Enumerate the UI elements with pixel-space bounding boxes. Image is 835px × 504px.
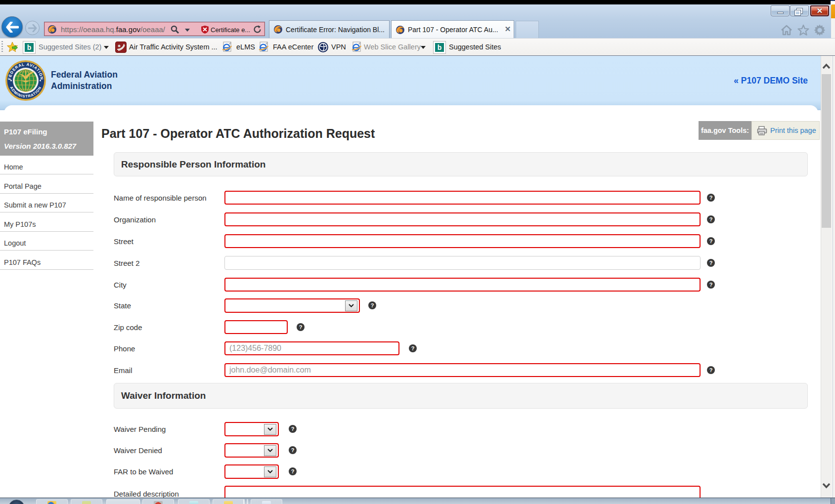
help-icon[interactable]: ? <box>707 194 715 202</box>
suggested-sites-icon[interactable]: b <box>23 41 36 54</box>
tab2-favicon <box>396 26 404 34</box>
background-window-edge-line <box>833 56 833 498</box>
waiver-pending-select[interactable] <box>224 422 279 436</box>
suggested-sites-caret-icon[interactable] <box>104 46 109 49</box>
section-responsible-person: Responsible Person Information <box>114 152 808 176</box>
waiver-denied-select[interactable] <box>224 443 279 458</box>
refresh-icon[interactable] <box>253 25 262 34</box>
taskbar-button-app-yellow[interactable] <box>213 499 244 504</box>
far-select-arrow-icon[interactable] <box>264 466 276 477</box>
phone-input[interactable] <box>224 341 399 355</box>
field-label: Phone <box>114 344 135 353</box>
print-this-page-label: Print this page <box>770 126 816 134</box>
url-text[interactable]: https://oeaaa.hq.faa.gov/oeaaa/ <box>61 25 165 34</box>
taskbar-window-app-icon <box>262 501 271 504</box>
faa-ecenter-icon[interactable] <box>258 42 269 53</box>
favorites-item-faa-ecenter[interactable]: FAA eCenter <box>273 43 313 51</box>
sidebar-item-p107-faqs[interactable]: P107 FAQs <box>0 258 93 266</box>
forward-button[interactable] <box>25 21 40 35</box>
sidebar-item-logout[interactable]: Logout <box>0 239 93 247</box>
vpn-icon[interactable] <box>317 42 329 53</box>
web-slice-gallery-icon[interactable] <box>351 42 362 53</box>
taskbar-button-explorer[interactable] <box>71 499 102 504</box>
taskbar-button-active[interactable] <box>106 499 140 504</box>
sidebar-item-submit-new-p107[interactable]: Submit a new P107 <box>0 201 93 209</box>
sidebar-app-box: P107 eFiling Version 2016.3.0.827 <box>0 122 93 156</box>
demo-site-link[interactable]: « P107 DEMO Site <box>682 76 808 86</box>
name-input[interactable] <box>224 191 701 205</box>
search-dropdown-caret[interactable] <box>185 29 190 32</box>
printer-icon <box>757 126 767 136</box>
favorites-item-web-slice[interactable]: Web Slice Gallery <box>364 43 421 51</box>
close-icon: ✕ <box>811 6 828 15</box>
search-icon[interactable] <box>170 25 180 35</box>
help-icon[interactable]: ? <box>707 259 715 267</box>
favorites-item-air-traffic[interactable]: Air Traffic Activity System ... <box>129 43 218 51</box>
tab-part107[interactable]: Part 107 - Operator ATC Au... ✕ <box>391 20 514 39</box>
sidebar-item-portal-page[interactable]: Portal Page <box>0 182 93 190</box>
field-label: State <box>114 301 131 310</box>
help-icon[interactable]: ? <box>707 237 715 245</box>
sidebar-item-home[interactable]: Home <box>0 163 93 171</box>
tab2-title: Part 107 - Operator ATC Au... <box>408 26 498 34</box>
email-input[interactable] <box>224 363 701 377</box>
city-input[interactable] <box>224 278 701 292</box>
far-to-be-waived-select[interactable] <box>224 464 279 479</box>
zip-input[interactable] <box>224 320 288 334</box>
organization-input[interactable] <box>224 212 701 226</box>
help-icon[interactable]: ? <box>297 323 305 331</box>
add-favorite-star-icon[interactable] <box>7 42 19 53</box>
web-slice-caret-icon[interactable] <box>421 46 426 49</box>
help-icon[interactable]: ? <box>368 301 376 309</box>
back-button[interactable] <box>1 16 23 38</box>
favorites-star-icon[interactable] <box>797 24 810 37</box>
help-icon[interactable]: ? <box>409 344 417 352</box>
help-icon[interactable]: ? <box>289 425 297 433</box>
tab-certificate-error[interactable]: Certificate Error: Navigation Bl... <box>269 20 390 38</box>
maximize-button[interactable] <box>790 5 809 16</box>
state-select-arrow-icon[interactable] <box>345 300 357 311</box>
favorites-bar-grip[interactable] <box>1 41 3 53</box>
scrollbar-thumb[interactable] <box>822 74 831 228</box>
page-scrollbar[interactable] <box>821 56 831 498</box>
elms-icon[interactable] <box>221 42 233 53</box>
minimize-button[interactable] <box>771 5 790 16</box>
address-bar[interactable]: https://oeaaa.hq.faa.gov/oeaaa/ Certific… <box>44 22 265 36</box>
street-input[interactable] <box>224 234 701 248</box>
taskbar-button-app-teal[interactable] <box>178 499 210 504</box>
faa-gov-tools-label: faa.gov Tools: <box>699 121 751 140</box>
state-select[interactable] <box>224 298 360 313</box>
show-desktop-button[interactable] <box>831 498 835 504</box>
help-icon[interactable]: ? <box>289 446 297 454</box>
detailed-description-textarea[interactable] <box>224 486 701 498</box>
favorites-item-elms[interactable]: eLMS <box>236 43 255 51</box>
taskbar-ie-icon <box>47 501 56 504</box>
help-icon[interactable]: ? <box>707 281 715 289</box>
tab-close-icon[interactable]: ✕ <box>504 25 512 33</box>
favorites-item-suggested-sites[interactable]: Suggested Sites <box>449 43 501 51</box>
air-traffic-activity-icon[interactable] <box>115 42 127 53</box>
street2-input[interactable] <box>224 256 701 270</box>
help-icon[interactable]: ? <box>707 366 715 374</box>
close-button[interactable]: ✕ <box>810 5 829 16</box>
help-icon[interactable]: ? <box>289 467 297 475</box>
taskbar-button-app-red[interactable] <box>142 499 174 504</box>
field-label: City <box>114 281 127 289</box>
print-this-page-button[interactable]: Print this page <box>751 121 820 140</box>
scrollbar-up-icon[interactable] <box>822 63 831 69</box>
waiver-denied-select-arrow-icon[interactable] <box>264 445 276 456</box>
favorites-item-vpn[interactable]: VPN <box>331 43 346 51</box>
taskbar-button-ie[interactable] <box>36 499 68 504</box>
home-icon[interactable] <box>780 24 793 37</box>
start-button[interactable] <box>8 500 25 504</box>
tools-gear-icon[interactable] <box>813 24 826 37</box>
new-tab-button[interactable] <box>516 21 539 38</box>
favorites-item-suggested-sites-2[interactable]: Suggested Sites (2) <box>39 43 101 51</box>
scrollbar-down-icon[interactable] <box>822 483 831 489</box>
waiver-pending-select-arrow-icon[interactable] <box>264 424 276 435</box>
suggested-sites2-icon[interactable]: b <box>433 41 446 54</box>
help-icon[interactable]: ? <box>707 215 715 223</box>
sidebar-item-my-p107s[interactable]: My P107s <box>0 220 93 228</box>
taskbar-button-app-window[interactable] <box>251 499 282 504</box>
certificate-error-button[interactable]: Certificate e... <box>211 26 250 34</box>
